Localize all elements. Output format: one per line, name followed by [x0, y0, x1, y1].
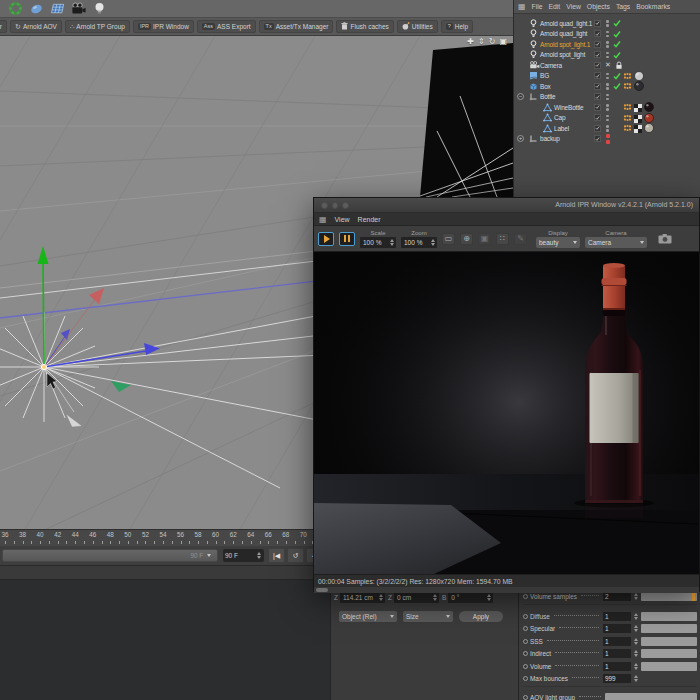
- toolbar-button-help[interactable]: ?Help: [441, 20, 473, 33]
- maximize-icon[interactable]: [342, 202, 349, 209]
- enable-checkbox[interactable]: [594, 93, 601, 100]
- close-icon[interactable]: [321, 202, 328, 209]
- object-name[interactable]: BG: [540, 72, 549, 79]
- object-name[interactable]: Bottle: [540, 93, 555, 100]
- object-name[interactable]: Box: [540, 83, 551, 90]
- enable-checkbox[interactable]: [594, 41, 601, 48]
- toolbar-button-arnold-tp-group[interactable]: ∴Arnold TP Group: [65, 20, 130, 33]
- object-name[interactable]: Arnold quad_light.1: [540, 20, 592, 27]
- animation-dot-icon[interactable]: [523, 676, 528, 681]
- coord-value-field[interactable]: 114.21 cm: [340, 592, 385, 603]
- attribute-slider[interactable]: [641, 624, 697, 633]
- ipr-render-view[interactable]: [314, 252, 699, 574]
- object-name[interactable]: backup: [540, 135, 560, 142]
- ipr-play-button[interactable]: [318, 232, 334, 246]
- visibility-dots[interactable]: [606, 73, 609, 80]
- region-target-icon[interactable]: ⊕: [460, 233, 473, 245]
- enable-checkbox[interactable]: [594, 30, 601, 37]
- ipr-horizontal-scrollbar[interactable]: [314, 587, 699, 593]
- attribute-value-field[interactable]: 1: [603, 649, 631, 658]
- object-row[interactable]: Box: [514, 81, 700, 92]
- object-row[interactable]: BG: [514, 71, 700, 82]
- value-stepper[interactable]: [633, 662, 639, 671]
- camera-dropdown[interactable]: Camera: [585, 237, 647, 248]
- animation-dot-icon[interactable]: [523, 639, 528, 644]
- value-stepper[interactable]: [486, 593, 492, 602]
- panel-grid-icon[interactable]: ▦: [518, 2, 526, 12]
- object-row[interactable]: Cap: [514, 113, 700, 124]
- toolbar-button-asset-tx-manager[interactable]: TxAsset/Tx Manager: [259, 20, 334, 33]
- visibility-dots[interactable]: [606, 94, 609, 101]
- value-stepper[interactable]: [633, 637, 639, 646]
- toolbar-button-ass-export[interactable]: AssASS Export: [197, 20, 256, 33]
- object-row[interactable]: WineBottle: [514, 102, 700, 113]
- bulb-icon[interactable]: [92, 1, 107, 16]
- om-menu-edit[interactable]: Edit: [549, 3, 561, 10]
- enable-checkbox[interactable]: [594, 51, 601, 58]
- ipr-titlebar[interactable]: Arnold IPR Window v2.4.2.1 (Arnold 5.2.1…: [314, 198, 699, 213]
- om-menu-tags[interactable]: Tags: [616, 3, 630, 10]
- coord-value-field[interactable]: 0 cm: [394, 592, 439, 603]
- object-row[interactable]: +backup: [514, 134, 700, 145]
- minimize-icon[interactable]: [332, 202, 339, 209]
- toolbar-button-utilities[interactable]: Utilities: [397, 20, 438, 33]
- attribute-slider[interactable]: [641, 637, 697, 646]
- apply-button[interactable]: Apply: [459, 611, 503, 622]
- om-menu-bookmarks[interactable]: Bookmarks: [636, 3, 670, 10]
- movie-camera-icon[interactable]: [71, 1, 86, 16]
- enable-checkbox[interactable]: [594, 72, 601, 79]
- value-stepper[interactable]: [633, 592, 639, 601]
- animation-dot-icon[interactable]: [523, 651, 528, 656]
- enable-checkbox[interactable]: [594, 83, 601, 90]
- panel-grid-icon[interactable]: ▦: [319, 215, 327, 224]
- timeline-range-slider[interactable]: 90 F: [2, 549, 218, 562]
- coord-value-field[interactable]: 0 °: [448, 592, 493, 603]
- visibility-dots[interactable]: [606, 125, 609, 132]
- value-stepper[interactable]: [378, 593, 384, 602]
- visibility-dots[interactable]: [606, 134, 610, 144]
- crop-icon[interactable]: ▣: [478, 233, 491, 245]
- value-stepper[interactable]: [633, 649, 639, 658]
- value-stepper[interactable]: [633, 624, 639, 633]
- object-name[interactable]: Label: [554, 125, 569, 132]
- aov-light-group-input[interactable]: [605, 693, 697, 700]
- display-mode-icon[interactable]: ▭: [442, 233, 455, 245]
- toolbar-button-ver[interactable]: ver: [0, 20, 7, 33]
- enable-checkbox[interactable]: [594, 104, 601, 111]
- object-name[interactable]: Arnold quad_light: [540, 30, 587, 37]
- pen-icon[interactable]: ✎: [514, 233, 527, 245]
- object-row[interactable]: −Bottle: [514, 92, 700, 103]
- stone-icon[interactable]: [29, 1, 44, 16]
- value-stepper[interactable]: [633, 612, 639, 621]
- object-name[interactable]: Cap: [554, 114, 565, 121]
- object-name[interactable]: WineBottle: [554, 104, 583, 111]
- menu-view[interactable]: View: [335, 216, 350, 223]
- zoom-stepper[interactable]: [430, 238, 436, 247]
- display-dropdown[interactable]: beauty: [536, 237, 580, 248]
- zoom-icon[interactable]: ⇕: [478, 37, 485, 47]
- om-menu-view[interactable]: View: [566, 3, 581, 10]
- visibility-dots[interactable]: [606, 115, 609, 122]
- attribute-value-field[interactable]: 1: [603, 612, 631, 621]
- attribute-value-field[interactable]: 2: [603, 592, 631, 601]
- object-name[interactable]: Arnold spot_light.1: [540, 41, 590, 48]
- om-menu-file[interactable]: File: [532, 3, 543, 10]
- pan-icon[interactable]: ✚: [467, 37, 474, 47]
- visibility-dots[interactable]: [606, 31, 609, 38]
- enable-checkbox[interactable]: [594, 62, 601, 69]
- rotate-icon[interactable]: ↻: [489, 37, 496, 47]
- enable-checkbox[interactable]: [594, 20, 601, 27]
- animation-dot-icon[interactable]: [523, 695, 528, 700]
- attribute-value-field[interactable]: 1: [603, 662, 631, 671]
- value-stepper[interactable]: [633, 674, 639, 683]
- scrollbar-knob[interactable]: [316, 588, 328, 592]
- attribute-value-field[interactable]: 999: [603, 674, 631, 683]
- object-name[interactable]: Arnold spot_light: [540, 51, 585, 58]
- enable-checkbox[interactable]: [594, 125, 601, 132]
- scale-field[interactable]: 100 %: [360, 237, 396, 248]
- toolbar-button-flush-caches[interactable]: Flush caches: [336, 20, 393, 33]
- enable-checkbox[interactable]: [594, 114, 601, 121]
- visibility-dots[interactable]: [606, 104, 609, 111]
- go-to-start-button[interactable]: |◀: [268, 548, 285, 563]
- toggle-views-icon[interactable]: ▣: [499, 37, 507, 47]
